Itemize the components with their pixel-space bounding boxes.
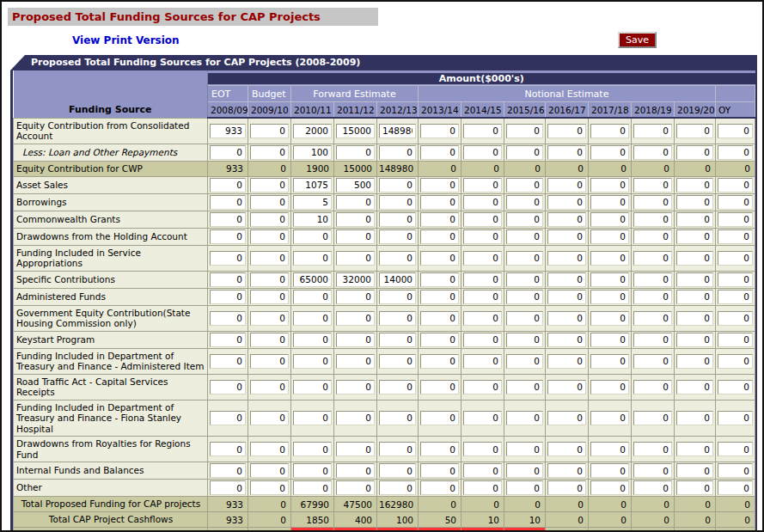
amount-input[interactable] xyxy=(420,333,459,347)
amount-input[interactable] xyxy=(420,178,459,193)
amount-input[interactable] xyxy=(293,411,332,425)
amount-input[interactable] xyxy=(506,290,543,304)
amount-input[interactable] xyxy=(293,212,332,227)
amount-input[interactable] xyxy=(379,480,416,495)
amount-input[interactable] xyxy=(210,354,246,369)
amount-input[interactable] xyxy=(547,311,586,326)
amount-input[interactable] xyxy=(463,380,502,394)
amount-input[interactable] xyxy=(547,411,586,425)
amount-input[interactable] xyxy=(506,251,543,266)
amount-input[interactable] xyxy=(210,124,246,138)
amount-input[interactable] xyxy=(379,354,416,369)
amount-input[interactable] xyxy=(293,251,332,266)
amount-input[interactable] xyxy=(718,354,753,369)
amount-input[interactable] xyxy=(590,354,629,369)
amount-input[interactable] xyxy=(463,195,502,210)
amount-input[interactable] xyxy=(379,145,416,160)
amount-input[interactable] xyxy=(336,229,375,244)
amount-input[interactable] xyxy=(590,195,629,210)
amount-input[interactable] xyxy=(718,411,753,425)
amount-input[interactable] xyxy=(293,311,332,326)
amount-input[interactable] xyxy=(547,178,586,193)
amount-input[interactable] xyxy=(293,229,332,244)
amount-input[interactable] xyxy=(676,145,713,160)
amount-input[interactable] xyxy=(633,411,672,425)
amount-input[interactable] xyxy=(250,480,289,495)
amount-input[interactable] xyxy=(718,380,753,394)
amount-input[interactable] xyxy=(210,229,246,244)
amount-input[interactable] xyxy=(718,290,753,304)
amount-input[interactable] xyxy=(590,272,629,287)
amount-input[interactable] xyxy=(336,145,375,160)
amount-input[interactable] xyxy=(590,380,629,394)
amount-input[interactable] xyxy=(250,290,289,304)
amount-input[interactable] xyxy=(506,272,543,287)
amount-input[interactable] xyxy=(463,463,502,478)
amount-input[interactable] xyxy=(420,145,459,160)
amount-input[interactable] xyxy=(420,380,459,394)
amount-input[interactable] xyxy=(463,124,502,138)
amount-input[interactable] xyxy=(420,463,459,478)
amount-input[interactable] xyxy=(210,480,246,495)
amount-input[interactable] xyxy=(250,212,289,227)
amount-input[interactable] xyxy=(463,145,502,160)
amount-input[interactable] xyxy=(633,229,672,244)
amount-input[interactable] xyxy=(547,333,586,347)
amount-input[interactable] xyxy=(210,145,246,160)
amount-input[interactable] xyxy=(420,229,459,244)
amount-input[interactable] xyxy=(633,212,672,227)
amount-input[interactable] xyxy=(633,272,672,287)
amount-input[interactable] xyxy=(210,333,246,347)
amount-input[interactable] xyxy=(463,333,502,347)
amount-input[interactable] xyxy=(210,290,246,304)
amount-input[interactable] xyxy=(590,311,629,326)
amount-input[interactable] xyxy=(676,411,713,425)
amount-input[interactable] xyxy=(379,463,416,478)
amount-input[interactable] xyxy=(379,411,416,425)
amount-input[interactable] xyxy=(379,333,416,347)
amount-input[interactable] xyxy=(293,178,332,193)
amount-input[interactable] xyxy=(547,442,586,456)
amount-input[interactable] xyxy=(633,354,672,369)
amount-input[interactable] xyxy=(463,354,502,369)
amount-input[interactable] xyxy=(463,411,502,425)
amount-input[interactable] xyxy=(293,333,332,347)
amount-input[interactable] xyxy=(463,251,502,266)
amount-input[interactable] xyxy=(547,272,586,287)
amount-input[interactable] xyxy=(547,124,586,138)
amount-input[interactable] xyxy=(718,195,753,210)
amount-input[interactable] xyxy=(633,251,672,266)
amount-input[interactable] xyxy=(463,212,502,227)
amount-input[interactable] xyxy=(250,178,289,193)
amount-input[interactable] xyxy=(250,272,289,287)
amount-input[interactable] xyxy=(336,195,375,210)
amount-input[interactable] xyxy=(718,229,753,244)
amount-input[interactable] xyxy=(547,212,586,227)
amount-input[interactable] xyxy=(718,272,753,287)
amount-input[interactable] xyxy=(676,290,713,304)
amount-input[interactable] xyxy=(633,195,672,210)
amount-input[interactable] xyxy=(463,178,502,193)
amount-input[interactable] xyxy=(293,480,332,495)
amount-input[interactable] xyxy=(250,195,289,210)
amount-input[interactable] xyxy=(633,480,672,495)
amount-input[interactable] xyxy=(633,145,672,160)
amount-input[interactable] xyxy=(293,380,332,394)
amount-input[interactable] xyxy=(633,311,672,326)
amount-input[interactable] xyxy=(210,311,246,326)
amount-input[interactable] xyxy=(379,272,416,287)
amount-input[interactable] xyxy=(506,411,543,425)
amount-input[interactable] xyxy=(420,480,459,495)
amount-input[interactable] xyxy=(420,251,459,266)
amount-input[interactable] xyxy=(336,480,375,495)
amount-input[interactable] xyxy=(547,229,586,244)
amount-input[interactable] xyxy=(547,480,586,495)
amount-input[interactable] xyxy=(676,442,713,456)
amount-input[interactable] xyxy=(633,442,672,456)
amount-input[interactable] xyxy=(506,463,543,478)
amount-input[interactable] xyxy=(506,442,543,456)
amount-input[interactable] xyxy=(506,380,543,394)
amount-input[interactable] xyxy=(420,354,459,369)
amount-input[interactable] xyxy=(210,212,246,227)
amount-input[interactable] xyxy=(463,442,502,456)
